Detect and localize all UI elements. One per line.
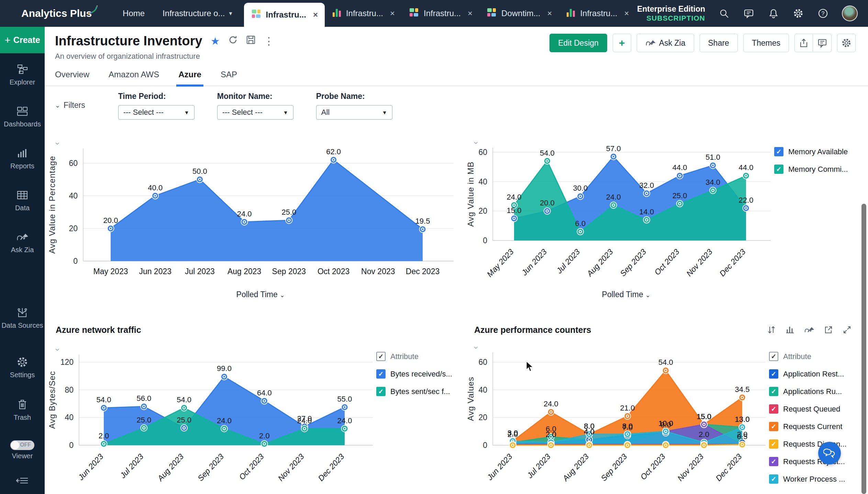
app-logo[interactable]: Analytics Plus <box>21 8 92 19</box>
svg-text:99.0: 99.0 <box>217 364 232 373</box>
legend-item[interactable]: ✓Worker Process ... <box>769 474 847 484</box>
chart-plot: 0204060Avg Values›3.024.08.021.054.015.0… <box>463 337 769 493</box>
refresh-icon[interactable] <box>228 35 238 47</box>
close-icon[interactable]: × <box>468 9 472 18</box>
filter-select-0[interactable]: --- Select ---▼ <box>118 105 194 120</box>
window-tab-0[interactable]: Infrastru...× <box>244 3 325 27</box>
tab-overview[interactable]: Overview <box>55 70 89 86</box>
tab-azure[interactable]: Azure <box>178 70 201 86</box>
svg-text:24.0: 24.0 <box>507 193 522 201</box>
legend-item[interactable]: ✓Bytes sent/sec f... <box>376 387 452 396</box>
create-button[interactable]: +Create <box>0 27 45 53</box>
legend-item[interactable]: ✓Memory Available <box>774 147 848 156</box>
legend-item[interactable]: ✓Request Queued <box>769 404 847 414</box>
sidebar-item-trash[interactable]: Trash <box>0 398 45 422</box>
sidebar-item-ask-zia[interactable]: Ask Zia <box>0 230 45 254</box>
chart-plot: 04080120Avg Bytes/Sec›54.056.025.099.064… <box>45 337 376 493</box>
legend-item[interactable]: ✓Applications Ru... <box>769 387 847 396</box>
chart-type-icon[interactable] <box>786 325 794 334</box>
checkbox-icon: ✓ <box>376 387 386 396</box>
svg-text:Nov 2023: Nov 2023 <box>361 267 395 276</box>
svg-text:44.0: 44.0 <box>672 163 687 172</box>
filter-monitor-name: Monitor Name:--- Select ---▼ <box>217 92 293 120</box>
svg-text:14.0: 14.0 <box>639 207 654 216</box>
sidebar-item-settings[interactable]: Settings <box>0 355 45 379</box>
comments-button[interactable] <box>813 34 832 52</box>
sidebar-item-dashboards[interactable]: Dashboards <box>0 104 45 128</box>
close-icon[interactable]: × <box>547 9 552 18</box>
window-tab-strip: Infrastru...×Infrastru...×Infrastru...×D… <box>244 0 636 27</box>
close-icon[interactable]: × <box>390 9 395 18</box>
legend-attribute-header[interactable]: ✓Attribute <box>769 352 847 361</box>
sidebar-item-data[interactable]: Data <box>0 188 45 212</box>
feedback-icon[interactable] <box>743 8 755 19</box>
svg-text:0.5: 0.5 <box>737 432 748 441</box>
svg-text:60: 60 <box>69 159 78 168</box>
export-button[interactable] <box>794 34 813 52</box>
add-widget-button[interactable]: + <box>613 34 631 52</box>
themes-button[interactable]: Themes <box>743 34 789 52</box>
window-tab-2[interactable]: Infrastru...× <box>402 0 479 27</box>
search-icon[interactable] <box>718 8 730 19</box>
header-actions: Edit Design + Ask Zia Share Themes <box>549 34 856 52</box>
data-icon <box>0 188 45 202</box>
ask-zia-icon[interactable] <box>804 326 814 334</box>
svg-text:20: 20 <box>69 224 78 233</box>
legend-attribute-header[interactable]: ✓Attribute <box>376 352 452 361</box>
sidebar-item-explorer[interactable]: Explorer <box>0 63 45 86</box>
checkbox-icon: ✓ <box>769 387 778 396</box>
x-axis-field[interactable]: Polled Time ⌄ <box>45 290 457 299</box>
sort-icon[interactable] <box>767 325 776 334</box>
chart-legend: ✓Memory Available✓Memory Commi... <box>774 133 848 299</box>
nav-workspace[interactable]: Infrastructure o...▾ <box>163 9 232 18</box>
chart-card-performance-counters: Azure performance counters0204060Avg Val… <box>463 322 868 494</box>
help-icon[interactable]: ? <box>817 8 829 19</box>
nav-home[interactable]: Home <box>123 9 145 18</box>
ask-zia-button[interactable]: Ask Zia <box>637 34 694 52</box>
close-icon[interactable]: × <box>624 9 629 18</box>
legend-item[interactable]: ✓Requests Current <box>769 422 847 431</box>
viewer-toggle[interactable]: OFF Viewer <box>0 440 45 460</box>
ask-zia-icon <box>0 230 45 244</box>
close-icon[interactable]: × <box>313 10 318 20</box>
svg-text:24.0: 24.0 <box>606 193 621 201</box>
favorite-star-icon[interactable]: ★ <box>211 35 220 47</box>
save-icon[interactable] <box>246 35 256 47</box>
tab-sap[interactable]: SAP <box>221 70 237 86</box>
checkbox-icon: ✓ <box>769 474 778 484</box>
chat-fab-button[interactable] <box>818 442 841 464</box>
expand-icon[interactable] <box>843 325 852 334</box>
notifications-icon[interactable] <box>768 8 779 19</box>
dashboard-grid-icon <box>251 8 262 21</box>
settings-gear-icon[interactable] <box>792 8 804 19</box>
more-options-icon[interactable]: ⋮ <box>264 35 274 47</box>
svg-text:Avg Values: Avg Values <box>466 377 475 421</box>
filter-select-1[interactable]: --- Select ---▼ <box>217 105 293 120</box>
checkbox-icon: ✓ <box>769 404 778 414</box>
open-in-new-icon[interactable] <box>824 325 833 334</box>
toggle-off-switch[interactable]: OFF <box>10 440 34 450</box>
window-tab-4[interactable]: Infrastru...× <box>559 0 636 27</box>
window-tab-1[interactable]: Infrastru...× <box>325 0 402 27</box>
sidebar-item-reports[interactable]: Reports <box>0 146 45 170</box>
tab-amazon-aws[interactable]: Amazon AWS <box>109 70 159 86</box>
window-tab-3[interactable]: Downtim...× <box>479 0 559 27</box>
svg-text:24.0: 24.0 <box>544 400 558 408</box>
sidebar-item-data-sources[interactable]: Data Sources <box>0 306 45 329</box>
vertical-scrollbar[interactable] <box>861 204 866 494</box>
reports-icon <box>0 146 45 160</box>
share-button[interactable]: Share <box>700 34 738 52</box>
view-tab-bar: OverviewAmazon AWSAzureSAP <box>45 70 868 86</box>
legend-item[interactable]: ✓Application Rest... <box>769 369 847 379</box>
legend-item[interactable]: ✓Memory Commi... <box>774 165 848 174</box>
top-nav: Home Infrastructure o...▾ <box>123 9 232 18</box>
user-avatar[interactable] <box>842 5 858 21</box>
filters-collapse[interactable]: ⌄ Filters <box>55 101 85 110</box>
legend-item[interactable]: ✓Bytes received/s... <box>376 369 452 379</box>
svg-text:25.0: 25.0 <box>281 208 296 216</box>
edit-design-button[interactable]: Edit Design <box>549 34 607 52</box>
x-axis-field[interactable]: Polled Time ⌄ <box>463 290 774 299</box>
collapse-sidebar-button[interactable] <box>0 475 45 487</box>
filter-select-2[interactable]: All▼ <box>316 105 392 120</box>
dashboard-settings-button[interactable] <box>837 34 856 52</box>
